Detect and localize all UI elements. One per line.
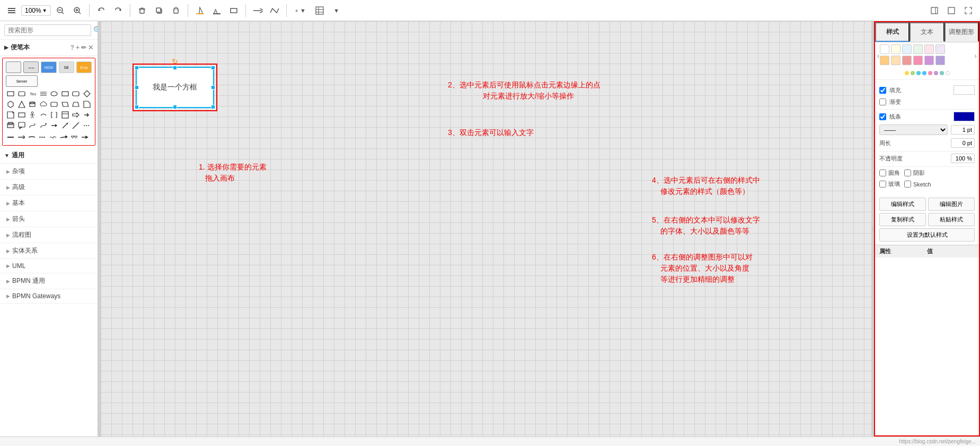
line-color-box[interactable]: [953, 112, 975, 121]
color-lightblue[interactable]: [902, 44, 912, 54]
shape-arrow-r[interactable]: [71, 110, 81, 120]
line-checkbox[interactable]: [879, 113, 886, 120]
dot-blue[interactable]: [922, 71, 926, 75]
tab-adjust[interactable]: 调整图形: [944, 22, 979, 42]
line-width-input[interactable]: [951, 125, 975, 135]
shape-person[interactable]: [28, 110, 37, 120]
dot-teal[interactable]: [940, 71, 944, 75]
zoom-in-button[interactable]: [70, 3, 85, 18]
zoom-dropdown-icon[interactable]: ▼: [42, 8, 47, 13]
dot-cyan[interactable]: [916, 71, 921, 75]
handle-tm[interactable]: [173, 66, 177, 70]
shape-callout[interactable]: [17, 121, 27, 130]
fill-color-box[interactable]: [953, 85, 975, 95]
undo-button[interactable]: [94, 3, 109, 18]
copy-style-button[interactable]: 复制样式: [879, 213, 926, 226]
color-pink[interactable]: [913, 56, 923, 65]
fill-color-button[interactable]: [192, 3, 207, 18]
more-button[interactable]: ▼: [329, 3, 344, 18]
shape-s-curve[interactable]: [28, 121, 37, 130]
preset-shape-6[interactable]: Server: [6, 75, 38, 87]
zoom-control[interactable]: 100% ▼: [21, 5, 51, 16]
table-button[interactable]: [312, 3, 327, 18]
color-indigo[interactable]: [935, 56, 945, 65]
shape-rect-rounded[interactable]: [17, 89, 27, 99]
line-tool-1[interactable]: [6, 132, 15, 142]
shape-parallelogram[interactable]: [60, 100, 70, 109]
line-tool-5[interactable]: [48, 132, 58, 142]
sidebar-toggle-button[interactable]: [4, 3, 19, 18]
search-button[interactable]: 🔍: [93, 26, 98, 34]
fill-checkbox[interactable]: [879, 87, 886, 94]
edit-section-icon[interactable]: ✏: [81, 44, 86, 51]
shape-note[interactable]: [6, 110, 15, 120]
color-orange[interactable]: [880, 56, 889, 65]
color-lightyellow[interactable]: [891, 44, 900, 54]
common-section-header[interactable]: ▼ 通用: [0, 148, 98, 164]
shape-list[interactable]: [60, 110, 70, 120]
line-style-select[interactable]: ——: [879, 124, 948, 135]
category-entity[interactable]: ▶ 实体关系: [0, 243, 98, 259]
line-tool-4[interactable]: [38, 132, 47, 142]
line-color-button[interactable]: A: [209, 3, 224, 18]
close-section-icon[interactable]: ✕: [88, 44, 93, 51]
search-input[interactable]: [4, 24, 91, 36]
handle-tr[interactable]: [211, 66, 215, 70]
category-misc[interactable]: ▶ 杂项: [0, 164, 98, 180]
paste-style-button[interactable]: 粘贴样式: [928, 213, 975, 226]
add-section-icon[interactable]: +: [76, 44, 80, 51]
category-basic[interactable]: ▶ 基本: [0, 195, 98, 211]
opacity-input[interactable]: [951, 154, 975, 163]
edit-style-button[interactable]: 编辑样式: [879, 198, 926, 211]
redo-button[interactable]: [111, 3, 126, 18]
shape-rect3[interactable]: [17, 110, 27, 120]
shape-arrow-right2[interactable]: [49, 121, 59, 130]
tab-style[interactable]: 样式: [875, 22, 910, 42]
handle-bl[interactable]: [135, 105, 139, 109]
color-violet[interactable]: [924, 56, 934, 65]
shape-line1[interactable]: [71, 121, 81, 130]
line-tool-3[interactable]: [27, 132, 37, 142]
shape-diamond[interactable]: [82, 89, 92, 99]
canvas-area[interactable]: ↻ 我是一个方框 1. 选择你需要的元素 拖入画布 2、选中元素后可使用鼠标点击…: [101, 21, 871, 436]
color-white[interactable]: [880, 44, 889, 54]
preset-shape-5[interactable]: Drop: [76, 61, 92, 73]
shape-dashed-line[interactable]: [82, 121, 92, 130]
shape-curved-rect[interactable]: [49, 100, 59, 109]
shadow-checkbox[interactable]: [904, 170, 911, 176]
dot-pink[interactable]: [928, 71, 932, 75]
dot-green[interactable]: [911, 71, 915, 75]
shape-tri[interactable]: [17, 100, 27, 109]
copy-button[interactable]: [152, 3, 166, 18]
paste-button[interactable]: [169, 3, 183, 18]
color-lightpink[interactable]: [924, 44, 934, 54]
convenient-section-header[interactable]: ▶ 便笔本 ? + ✏ ✕: [0, 40, 98, 56]
shape-page[interactable]: [82, 100, 92, 109]
delete-button[interactable]: [135, 3, 149, 18]
category-uml[interactable]: ▶ UML: [0, 259, 98, 273]
selected-shape-wrapper[interactable]: ↻ 我是一个方框: [133, 64, 217, 111]
shape-lines[interactable]: [39, 89, 48, 99]
shape-bracket[interactable]: [49, 110, 59, 120]
preset-shape-4[interactable]: SE: [59, 61, 74, 73]
glass-checkbox[interactable]: [879, 181, 886, 188]
preset-shape-2[interactable]: ⚊⚊: [23, 61, 39, 73]
shape-trapezoid[interactable]: [71, 100, 81, 109]
sketch-checkbox[interactable]: [904, 181, 911, 188]
shape-rect2[interactable]: [60, 89, 70, 99]
line-tool-8[interactable]: [80, 132, 90, 142]
shape-cylinder[interactable]: [28, 100, 37, 109]
shape-arrow-2[interactable]: [82, 110, 92, 120]
handle-bm[interactable]: [173, 105, 177, 109]
color-next-button[interactable]: ›: [974, 51, 977, 60]
category-flowchart[interactable]: ▶ 流程图: [0, 227, 98, 243]
shape-rect4[interactable]: [6, 121, 15, 130]
line-tool-7[interactable]: [69, 132, 79, 142]
shape-text[interactable]: Text: [28, 89, 37, 99]
category-arrows[interactable]: ▶ 箭头: [0, 211, 98, 227]
line-tool-2[interactable]: [16, 132, 26, 142]
shape-cloud[interactable]: [39, 100, 48, 109]
insert-button[interactable]: + ▼: [291, 3, 310, 18]
preset-shape-3[interactable]: NEW: [41, 61, 56, 73]
fullscreen-button[interactable]: [961, 3, 976, 18]
